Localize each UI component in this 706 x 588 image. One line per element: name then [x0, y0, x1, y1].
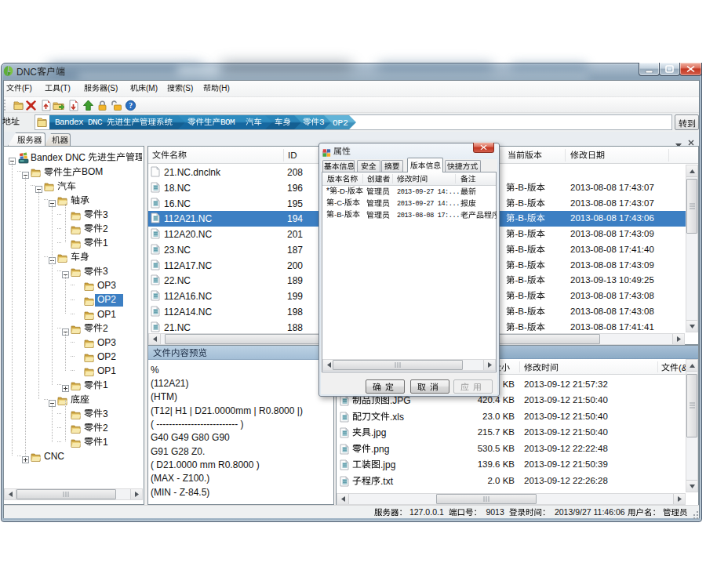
- svg-text:?: ?: [129, 102, 133, 110]
